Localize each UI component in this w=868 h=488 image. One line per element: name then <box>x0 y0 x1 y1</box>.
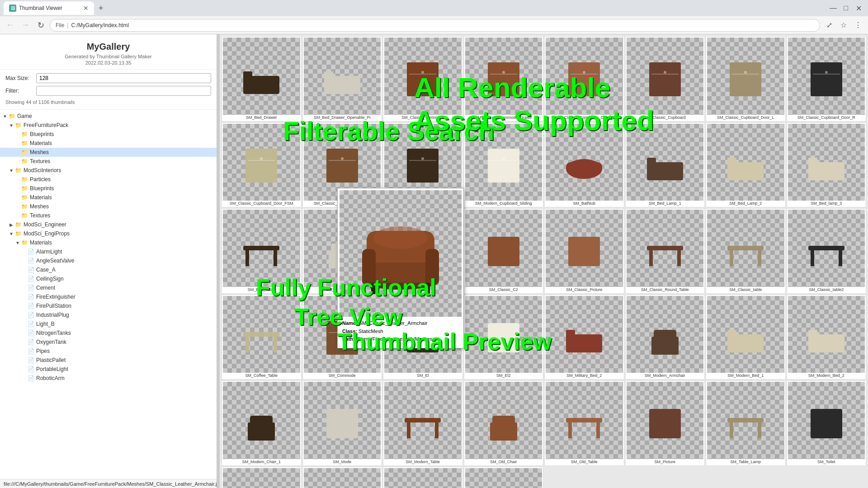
thumbnail-cell[interactable]: SM_Modern_Chair_1 <box>222 380 302 466</box>
thumbnail-cell[interactable]: SM_Classic_table <box>706 208 786 294</box>
tree-item-oxygentank[interactable]: 📄 OxygenTank <box>0 338 217 347</box>
reload-button[interactable]: ↻ <box>34 19 47 32</box>
tree-toggle[interactable]: ▼ <box>14 240 21 245</box>
furniture-svg <box>561 312 607 357</box>
tree-item-blueprints2[interactable]: 📁 Blueprints <box>0 184 217 193</box>
tree-item-angleseatvalve[interactable]: 📄 AngleSeatValve <box>0 256 217 265</box>
maximize-button[interactable]: □ <box>840 2 852 14</box>
tab-close-button[interactable]: ✕ <box>83 5 89 12</box>
tree-toggle[interactable]: ▼ <box>8 168 14 173</box>
folder-icon: 📁 <box>14 122 22 129</box>
menu-icon[interactable]: ⋮ <box>852 19 864 32</box>
thumbnail-cell[interactable]: SM_Extra1 <box>302 467 382 488</box>
tree-item-blueprints1[interactable]: 📁 Blueprints <box>0 130 217 139</box>
thumbnail-cell[interactable]: SM_El2 <box>464 295 544 380</box>
share-icon[interactable]: ⤢ <box>823 19 835 32</box>
tree-item-industrialplug[interactable]: 📄 IndustrialPlug <box>0 310 217 319</box>
tree-item-textures1[interactable]: 📁 Textures <box>0 157 217 166</box>
thumbnail-cell[interactable]: SM_Classic_Commode <box>383 36 463 122</box>
address-bar[interactable]: File | C:/MyGallery/index.html <box>50 19 820 32</box>
tree-item-materials1[interactable]: 📁 Materials <box>0 139 217 148</box>
thumbnail-cell[interactable]: SM_Bed_Lamp_2 <box>706 122 786 208</box>
tree-item-roboticarm[interactable]: 📄 RoboticArm <box>0 374 217 383</box>
tree-item-fireextinguisher[interactable]: 📄 FireExtinguisher <box>0 292 217 301</box>
tree-item-modsci_engiprops[interactable]: ▼ 📁 ModSci_EngiProps <box>0 229 217 238</box>
thumbnail-cell[interactable]: SM_Modern_Bed_1 <box>706 295 786 380</box>
thumbnail-cell[interactable]: SM_Toilet <box>787 380 867 466</box>
tree-item-textures2[interactable]: 📁 Textures <box>0 211 217 220</box>
thumbnail-cell[interactable]: SM_Military_Bed_2 <box>544 295 624 380</box>
tree-item-modsci_engineer[interactable]: ▶ 📁 ModSci_Engineer <box>0 220 217 229</box>
tree-item-game[interactable]: ▼ 📁 Game <box>0 112 217 121</box>
thumbnail-cell[interactable]: SM_Mode <box>302 380 382 466</box>
tree-item-materials2[interactable]: 📁 Materials <box>0 193 217 202</box>
thumbnail-cell[interactable]: SM_Table_Lamp <box>706 380 786 466</box>
tree-toggle[interactable]: ▼ <box>8 123 14 128</box>
forward-button[interactable]: → <box>19 19 32 32</box>
furniture-svg <box>320 53 365 99</box>
tree-item-materials3[interactable]: ▼ 📁 Materials <box>0 238 217 247</box>
thumbnail-cell[interactable]: SM_Coffee_Table <box>222 295 302 380</box>
thumbnail-cell[interactable]: SM_Old_Chair <box>464 380 544 466</box>
close-button[interactable]: ✕ <box>853 2 864 14</box>
thumbnail-cell[interactable]: SM_Bed_Lamp_1 <box>625 122 705 208</box>
tree-toggle[interactable]: ▼ <box>2 114 8 119</box>
tree-item-plasticpallet[interactable]: 📄 PlasticPallet <box>0 356 217 365</box>
thumbnail-cell[interactable]: SM_Bed_Drawer_Openable_Pi <box>302 36 382 122</box>
tree-item-freefurniturepack[interactable]: ▼ 📁 FreeFurniturePack <box>0 121 217 130</box>
thumbnail-cell[interactable]: SM_Extra2 <box>383 467 463 488</box>
svg-rect-28 <box>407 149 439 183</box>
thumbnail-cell[interactable]: SM_Classic_C2 <box>464 208 544 294</box>
thumbnail-grid-panel[interactable]: SM_Bed_Drawer SM_Bed_Drawer_Openable_Pi … <box>220 34 868 488</box>
minimize-button[interactable]: — <box>827 2 839 14</box>
tree-item-particles[interactable]: 📁 Particles <box>0 175 217 184</box>
thumbnail-cell[interactable]: SM_Classic_table2 <box>787 208 867 294</box>
thumbnail-cell[interactable]: SM_Modern_Bed_2 <box>787 295 867 380</box>
max-size-input[interactable] <box>36 73 211 83</box>
tree-item-cement[interactable]: 📄 Cement <box>0 283 217 292</box>
thumbnail-cell[interactable]: SM_Bed_lamp_3 <box>787 122 867 208</box>
tree-item-ceilingsign[interactable]: 📄 CeilingSign <box>0 274 217 283</box>
thumbnail-cell[interactable]: SM_Classic_Cupboard_Door_L <box>706 36 786 122</box>
tree-item-alarmlight[interactable]: 📄 AlarmLight <box>0 247 217 256</box>
svg-rect-91 <box>566 418 602 422</box>
tree-item-nitrogentanks[interactable]: 📄 NitrogenTanks <box>0 328 217 338</box>
tree-item-meshes2[interactable]: 📁 Meshes <box>0 202 217 211</box>
tree-toggle[interactable]: ▼ <box>8 231 14 236</box>
tree-item-portablelight[interactable]: 📄 PortableLight <box>0 365 217 374</box>
thumbnail-cell[interactable]: SM_Modern_Cupboard_Sliding <box>464 122 544 208</box>
active-tab[interactable]: 🖼 Thumbnail Viewer ✕ <box>4 1 94 15</box>
filter-input[interactable] <box>36 86 211 96</box>
thumbnail-cell[interactable]: SM_Modern_Table <box>383 380 463 466</box>
tree-item-light_b[interactable]: 📄 Light_B <box>0 319 217 328</box>
thumbnail-cell[interactable]: SM_Classic_Cupboard_Door_FSM <box>222 122 302 208</box>
thumbnail-cell[interactable]: SM_Classic_Round_Table <box>625 208 705 294</box>
thumbnail-cell[interactable]: SM_Classic_Commode_Drawe <box>544 36 624 122</box>
tree-panel[interactable]: ▼ 📁 Game ▼ 📁 FreeFurniturePack 📁 Bluepri… <box>0 110 217 479</box>
thumbnail-cell[interactable]: SM_Classic_Picture <box>544 208 624 294</box>
thumbnail-cell[interactable]: SM_TV <box>222 467 302 488</box>
tree-item-firepullstation[interactable]: 📄 FirePullStation <box>0 301 217 310</box>
thumbnail-cell[interactable]: SM_Bed_Drawer <box>222 36 302 122</box>
tree-item-pipes[interactable]: 📄 Pipes <box>0 347 217 356</box>
thumbnail-image <box>223 38 300 115</box>
thumbnail-image <box>304 38 381 115</box>
new-tab-button[interactable]: + <box>96 4 106 13</box>
thumbnail-cell[interactable]: SM_Modern_Armchair <box>625 295 705 380</box>
thumbnail-cell[interactable]: SM_Bathtub <box>544 122 624 208</box>
thumbnail-cell[interactable]: SM_Bed_Table <box>222 208 302 294</box>
tree-item-modsciinteriors[interactable]: ▼ 📁 ModSciInteriors <box>0 166 217 175</box>
thumbnail-cell[interactable]: SM_Picture <box>625 380 705 466</box>
thumbnail-cell[interactable]: SM_Classic_Cupboard <box>625 36 705 122</box>
tree-item-meshes1[interactable]: 📁 Meshes <box>0 148 217 157</box>
tree-toggle[interactable]: ▶ <box>8 222 14 227</box>
back-button[interactable]: ← <box>4 19 16 32</box>
tree-item-case_a[interactable]: 📄 Case_A <box>0 265 217 274</box>
thumbnail-cell[interactable]: SM_Extra3 <box>464 467 544 488</box>
thumbnail-cell[interactable]: SM_Classic_Commode_Drawe <box>464 36 544 122</box>
thumbnail-name: SM_Old_Chair <box>465 459 542 465</box>
thumbnail-cell[interactable]: SM_Old_Table <box>544 380 624 466</box>
favorite-icon[interactable]: ☆ <box>837 19 850 32</box>
thumbnail-cell[interactable]: SM_Classic_Cupboard_Door_R <box>787 36 867 122</box>
svg-rect-61 <box>243 332 279 337</box>
